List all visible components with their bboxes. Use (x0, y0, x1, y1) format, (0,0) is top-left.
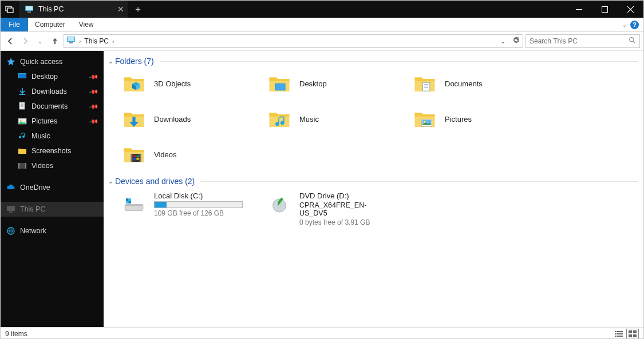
svg-rect-55 (615, 333, 617, 334)
drive-capacity-bar (154, 201, 243, 208)
close-window-button[interactable] (618, 1, 643, 18)
sidebar-item-pictures[interactable]: Pictures 📌 (1, 114, 104, 129)
group-header-folders[interactable]: ⌄ Folders (7) (106, 55, 638, 69)
pin-icon: 📌 (88, 101, 99, 112)
window-tab[interactable]: This PC ✕ (19, 1, 128, 18)
address-dropdown-icon[interactable]: ⌄ (500, 38, 505, 45)
refresh-icon[interactable] (512, 36, 520, 46)
videos-icon (18, 161, 27, 170)
ribbon-tab-view[interactable]: View (72, 18, 101, 31)
multitask-icon[interactable] (1, 1, 19, 18)
svg-rect-49 (126, 201, 128, 204)
close-tab-icon[interactable]: ✕ (117, 5, 124, 14)
svg-line-13 (633, 41, 635, 43)
folder-icon (267, 107, 291, 131)
svg-point-36 (424, 121, 426, 123)
sidebar-item-desktop[interactable]: Desktop 📌 (1, 69, 104, 84)
tab-title: This PC (38, 5, 64, 13)
svg-rect-26 (9, 212, 13, 213)
file-menu[interactable]: File (1, 18, 28, 31)
ribbon-expand-icon[interactable]: ⌄ (622, 21, 627, 29)
svg-rect-1 (7, 8, 13, 13)
documents-icon (18, 102, 27, 111)
folder-label: 3D Objects (154, 79, 191, 88)
address-bar[interactable]: › This PC › ⌄ (64, 34, 523, 48)
folder-downloads[interactable]: Downloads (106, 105, 249, 140)
group-title: Devices and drives (2) (115, 177, 195, 186)
pin-icon: 📌 (88, 116, 99, 127)
chevron-down-icon[interactable]: ⌄ (106, 58, 115, 65)
desktop-icon (18, 72, 27, 81)
drive-free-text: 0 bytes free of 3.91 GB (299, 218, 393, 226)
svg-rect-50 (129, 201, 131, 204)
drive-volume-label: CPRA_X64FRE_EN-US_DV5 (299, 201, 393, 217)
folder-pictures[interactable]: Pictures (397, 105, 540, 140)
sidebar-item-screenshots[interactable]: Screenshots (1, 143, 104, 158)
svg-rect-61 (629, 334, 632, 337)
chevron-right-icon[interactable]: › (79, 38, 81, 45)
ribbon-tab-computer[interactable]: Computer (28, 18, 72, 31)
back-button[interactable] (4, 35, 17, 47)
new-tab-button[interactable]: ＋ (128, 1, 148, 18)
group-title: Folders (7) (115, 57, 154, 66)
folder-3d-objects[interactable]: 3D Objects (106, 69, 249, 105)
breadcrumb-this-pc[interactable]: This PC (84, 37, 109, 45)
folder-desktop[interactable]: Desktop (251, 69, 394, 105)
drive-free-text: 109 GB free of 126 GB (154, 209, 243, 217)
svg-rect-39 (140, 154, 141, 162)
sidebar-onedrive[interactable]: OneDrive (1, 180, 104, 195)
pictures-icon (18, 117, 27, 126)
sidebar-item-label: Documents (31, 102, 68, 110)
svg-rect-57 (615, 336, 617, 337)
recent-locations-button[interactable]: ⌄ (34, 35, 46, 47)
folder-icon (413, 107, 437, 131)
folder-icon (122, 142, 146, 166)
help-icon[interactable]: ? (630, 21, 639, 29)
sidebar-item-label: Videos (31, 162, 53, 170)
folder-icon (122, 71, 146, 95)
search-icon[interactable] (629, 36, 636, 46)
forward-button[interactable] (19, 35, 31, 47)
drive-dvd-d[interactable]: DVD Drive (D:) CPRA_X64FRE_EN-US_DV5 0 b… (251, 189, 394, 236)
search-input[interactable] (530, 37, 629, 45)
sidebar-item-label: Network (20, 227, 46, 235)
navigation-row: ⌄ › This PC › ⌄ (1, 32, 643, 51)
folder-icon (18, 146, 27, 155)
chevron-down-icon[interactable]: ⌄ (106, 178, 115, 185)
svg-rect-41 (136, 155, 139, 158)
sidebar-item-downloads[interactable]: Downloads 📌 (1, 84, 104, 99)
sidebar-quick-access[interactable]: Quick access (1, 54, 104, 69)
group-header-drives[interactable]: ⌄ Devices and drives (2) (106, 176, 638, 189)
folder-icon (413, 71, 437, 95)
star-icon (6, 57, 15, 66)
pin-icon: 📌 (88, 71, 99, 82)
sidebar-this-pc[interactable]: This PC (1, 202, 104, 217)
svg-point-21 (20, 120, 22, 122)
sidebar-network[interactable]: Network (1, 224, 104, 238)
folder-documents[interactable]: Documents (397, 69, 540, 105)
sidebar-item-videos[interactable]: Videos (1, 158, 104, 173)
sidebar-item-label: This PC (20, 205, 45, 213)
svg-rect-3 (26, 6, 33, 10)
folder-label: Desktop (299, 79, 327, 88)
folder-label: Documents (445, 79, 483, 88)
details-view-button[interactable] (613, 329, 625, 339)
folder-videos[interactable]: Videos (106, 140, 249, 176)
sidebar-item-music[interactable]: Music (1, 129, 104, 143)
sidebar-item-label: Quick access (20, 58, 62, 66)
svg-rect-45 (125, 205, 143, 206)
folder-music[interactable]: Music (251, 105, 394, 140)
up-button[interactable] (49, 35, 61, 47)
svg-rect-30 (423, 82, 430, 91)
svg-rect-22 (18, 163, 26, 169)
minimize-button[interactable] (566, 1, 592, 18)
maximize-button[interactable] (592, 1, 618, 18)
svg-rect-10 (68, 37, 74, 41)
svg-rect-11 (69, 42, 73, 43)
chevron-right-icon[interactable]: › (112, 38, 114, 45)
search-box[interactable] (526, 34, 640, 48)
folder-label: Pictures (445, 115, 472, 123)
sidebar-item-documents[interactable]: Documents 📌 (1, 99, 104, 114)
drive-local-disk-c[interactable]: Local Disk (C:) 109 GB free of 126 GB (106, 189, 249, 236)
tiles-view-button[interactable] (626, 329, 639, 339)
